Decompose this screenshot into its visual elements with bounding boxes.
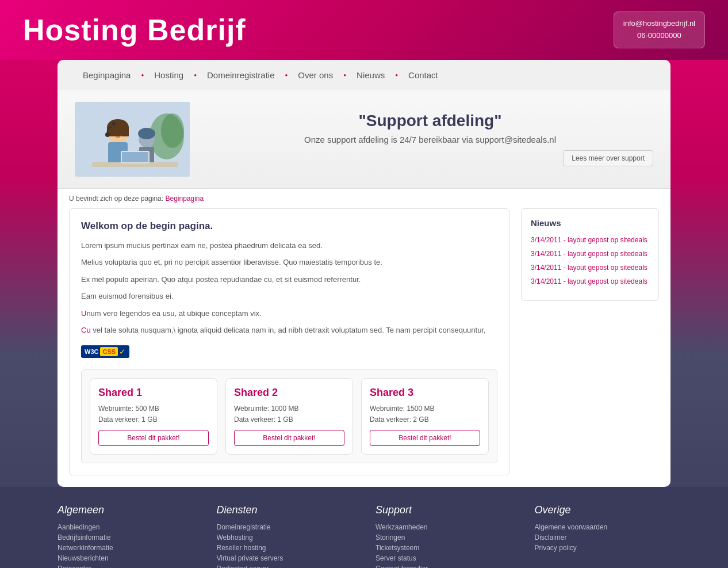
footer-contact-formulier[interactable]: Contact formulier (376, 565, 512, 568)
package3-title: Shared 3 (370, 387, 480, 399)
nav-contact[interactable]: Contact (400, 60, 446, 90)
footer-server-status[interactable]: Server status (376, 554, 512, 562)
content-para-3: Eam euismod forensibus ei. (81, 291, 497, 302)
banner-image (75, 102, 190, 177)
banner-subtitle: Onze support afdeling is 24/7 bereikbaar… (207, 135, 653, 144)
breadcrumb-text: U bevindt zich op deze pagina: (69, 195, 163, 203)
footer-werkzaamheden[interactable]: Werkzaamheden (376, 523, 512, 531)
footer-col-overige: Overige Algemene voorwaarden Disclaimer … (535, 504, 671, 568)
footer-webhosting[interactable]: Webhosting (217, 533, 353, 542)
footer-dedicated[interactable]: Dedicated server (217, 565, 353, 568)
footer-aanbiedingen[interactable]: Aanbiedingen (58, 523, 194, 531)
package2-info: Webruimte: 1000 MB Data verkeer: 1 GB (234, 403, 344, 425)
package1-order-button[interactable]: Bestel dit pakket! (98, 430, 209, 446)
footer-disclaimer[interactable]: Disclaimer (535, 533, 671, 542)
package-shared1: Shared 1 Webruimte: 500 MB Data verkeer:… (90, 378, 217, 455)
footer: Algemeen Aanbiedingen Bedrijfsinformatie… (0, 487, 728, 568)
breadcrumb-link[interactable]: Beginpagina (165, 195, 204, 203)
footer-col-support: Support Werkzaamheden Storingen Ticketsy… (376, 504, 512, 568)
footer-privacy-policy[interactable]: Privacy policy (535, 544, 671, 552)
footer-netwerkinformatie[interactable]: Netwerkinformatie (58, 544, 194, 552)
footer-datacenter[interactable]: Datacenter (58, 565, 194, 568)
package2-title: Shared 2 (234, 387, 344, 399)
footer-algemene-voorwaarden[interactable]: Algemene voorwaarden (535, 523, 671, 531)
package2-order-button[interactable]: Bestel dit pakket! (234, 430, 344, 446)
package3-info: Webruimte: 1500 MB Data verkeer: 2 GB (370, 403, 480, 425)
package1-info: Webruimte: 500 MB Data verkeer: 1 GB (98, 403, 209, 425)
news-item-2[interactable]: 3/14/2011 - layout gepost op sitedeals (531, 264, 649, 272)
package-shared3: Shared 3 Webruimte: 1500 MB Data verkeer… (361, 378, 489, 455)
news-item-1[interactable]: 3/14/2011 - layout gepost op sitedeals (531, 250, 649, 258)
banner-text-area: "Support afdeling" Onze support afdeling… (207, 112, 653, 166)
css-badge: CSS (100, 347, 118, 356)
footer-col-diensten: Diensten Domeinregistratie Webhosting Re… (217, 504, 353, 568)
site-title: Hosting Bedrijf (23, 13, 246, 47)
footer-nieuwsberichten[interactable]: Nieuwsberichten (58, 554, 194, 562)
main-content-title: Welkom op de begin pagina. (81, 220, 497, 232)
package3-order-button[interactable]: Bestel dit pakket! (370, 430, 480, 446)
svg-rect-14 (122, 152, 148, 162)
banner-more-button[interactable]: Lees meer over support (563, 150, 653, 166)
nav-hosting[interactable]: Hosting (146, 60, 191, 90)
checkmark-icon: ✓ (119, 347, 126, 356)
nav-dot-4: ● (341, 73, 348, 78)
banner: "Support afdeling" Onze support afdeling… (58, 90, 670, 189)
nav-domeinregistratie[interactable]: Domeinregistratie (199, 60, 283, 90)
content-para-4: Unum vero legendos ea usu, at ubique con… (81, 308, 497, 319)
footer-algemeen-title: Algemeen (58, 504, 194, 516)
nav-dot-5: ● (393, 73, 400, 78)
footer-vps[interactable]: Virtual private servers (217, 554, 353, 562)
w3c-text: W3C (85, 348, 98, 355)
w3c-badge: W3C CSS ✓ (81, 345, 129, 358)
footer-reseller[interactable]: Reseller hosting (217, 544, 353, 552)
footer-diensten-title: Diensten (217, 504, 353, 516)
contact-phone: 06-00000000 (637, 31, 681, 40)
main-content: Welkom op de begin pagina. Lorem ipsum m… (69, 208, 509, 475)
contact-email: info@hostingbedrijf.nl (623, 19, 695, 28)
footer-overige-title: Overige (535, 504, 671, 516)
sidebar-news-title: Nieuws (531, 218, 649, 228)
svg-point-7 (105, 132, 110, 137)
sidebar: Nieuws 3/14/2011 - layout gepost op site… (521, 208, 659, 475)
navigation: Beginpagina ● Hosting ● Domeinregistrati… (58, 60, 670, 90)
footer-storingen[interactable]: Storingen (376, 533, 512, 542)
svg-point-10 (138, 128, 155, 139)
nav-dot-3: ● (283, 73, 290, 78)
footer-bedrijfsinformatie[interactable]: Bedrijfsinformatie (58, 533, 194, 542)
packages-row: Shared 1 Webruimte: 500 MB Data verkeer:… (81, 369, 497, 463)
package-shared2: Shared 2 Webruimte: 1000 MB Data verkeer… (225, 378, 353, 455)
banner-title: "Support afdeling" (207, 112, 653, 130)
breadcrumb: U bevindt zich op deze pagina: Beginpagi… (58, 189, 670, 208)
news-item-3[interactable]: 3/14/2011 - layout gepost op sitedeals (531, 277, 649, 285)
content-para-2: Ex mel populo apeirian. Quo atqui postea… (81, 274, 497, 285)
nav-dot-2: ● (191, 73, 199, 78)
footer-ticketsysteem[interactable]: Ticketsysteem (376, 544, 512, 552)
footer-support-title: Support (376, 504, 512, 516)
nav-dot-1: ● (139, 73, 146, 78)
sidebar-news-box: Nieuws 3/14/2011 - layout gepost op site… (521, 208, 659, 301)
header: Hosting Bedrijf info@hostingbedrijf.nl 0… (0, 0, 728, 60)
content-para-5: Cu vel tale soluta nusquam,\ ignota aliq… (81, 325, 497, 336)
footer-domeinregistratie[interactable]: Domeinregistratie (217, 523, 353, 531)
content-area: Welkom op de begin pagina. Lorem ipsum m… (58, 208, 670, 475)
nav-over-ons[interactable]: Over ons (290, 60, 341, 90)
svg-point-8 (112, 122, 116, 125)
footer-col-algemeen: Algemeen Aanbiedingen Bedrijfsinformatie… (58, 504, 194, 568)
main-container: "Support afdeling" Onze support afdeling… (58, 90, 670, 487)
content-para-0: Lorem ipsum mucius pertinax eam ne, post… (81, 240, 497, 251)
nav-nieuws[interactable]: Nieuws (348, 60, 393, 90)
package1-title: Shared 1 (98, 387, 209, 399)
svg-rect-5 (107, 127, 129, 136)
svg-point-2 (161, 113, 184, 148)
content-para-1: Melius voluptaria quo et, pri no percipi… (81, 257, 497, 268)
news-item-0[interactable]: 3/14/2011 - layout gepost op sitedeals (531, 236, 649, 244)
nav-beginpagina[interactable]: Beginpagina (75, 60, 139, 90)
contact-box: info@hostingbedrijf.nl 06-00000000 (614, 12, 705, 48)
